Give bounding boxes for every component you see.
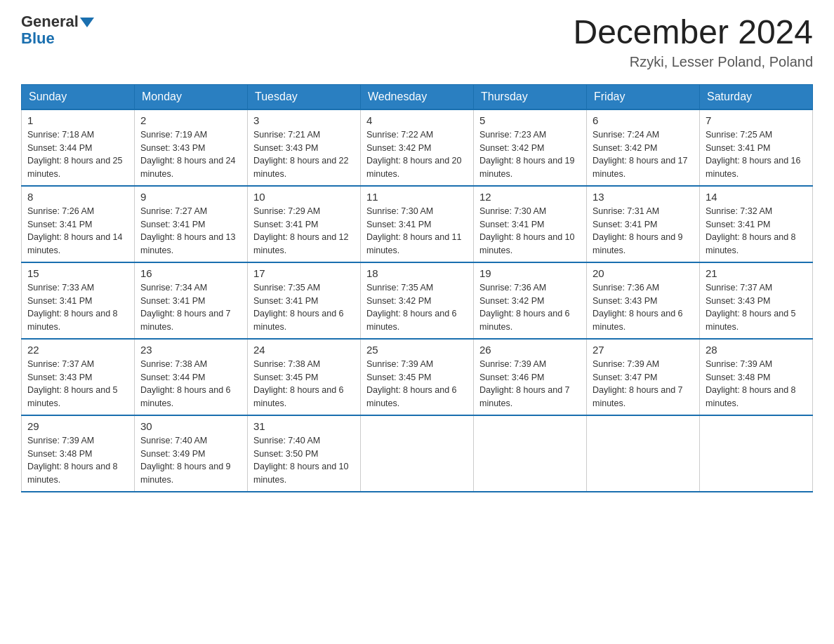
day-info: Sunrise: 7:35 AMSunset: 3:42 PMDaylight:…: [366, 281, 468, 334]
day-number: 25: [366, 344, 468, 356]
calendar-cell: 9 Sunrise: 7:27 AMSunset: 3:41 PMDayligh…: [135, 186, 248, 262]
day-info: Sunrise: 7:18 AMSunset: 3:44 PMDaylight:…: [27, 128, 128, 181]
day-info: Sunrise: 7:24 AMSunset: 3:42 PMDaylight:…: [593, 128, 694, 181]
week-row-2: 8 Sunrise: 7:26 AMSunset: 3:41 PMDayligh…: [22, 186, 813, 262]
day-number: 11: [366, 191, 468, 203]
day-number: 17: [253, 267, 355, 279]
day-info: Sunrise: 7:29 AMSunset: 3:41 PMDaylight:…: [253, 205, 355, 257]
day-info: Sunrise: 7:36 AMSunset: 3:43 PMDaylight:…: [593, 281, 694, 334]
calendar-cell: 7 Sunrise: 7:25 AMSunset: 3:41 PMDayligh…: [700, 109, 813, 186]
day-info: Sunrise: 7:21 AMSunset: 3:43 PMDaylight:…: [253, 128, 355, 181]
calendar-cell: 14 Sunrise: 7:32 AMSunset: 3:41 PMDaylig…: [700, 186, 813, 262]
col-wednesday: Wednesday: [361, 84, 474, 109]
day-info: Sunrise: 7:30 AMSunset: 3:41 PMDaylight:…: [479, 205, 581, 257]
day-info: Sunrise: 7:19 AMSunset: 3:43 PMDaylight:…: [140, 128, 241, 181]
day-number: 1: [27, 114, 128, 126]
calendar-cell: 24 Sunrise: 7:38 AMSunset: 3:45 PMDaylig…: [248, 339, 361, 415]
calendar-cell: 18 Sunrise: 7:35 AMSunset: 3:42 PMDaylig…: [361, 262, 474, 339]
day-number: 6: [593, 114, 694, 126]
title-section: December 2024 Rzyki, Lesser Poland, Pola…: [573, 14, 813, 70]
calendar-cell: 1 Sunrise: 7:18 AMSunset: 3:44 PMDayligh…: [22, 109, 135, 186]
day-number: 31: [253, 420, 355, 432]
day-number: 13: [593, 191, 694, 203]
day-info: Sunrise: 7:34 AMSunset: 3:41 PMDaylight:…: [140, 281, 241, 334]
day-info: Sunrise: 7:39 AMSunset: 3:48 PMDaylight:…: [27, 434, 128, 487]
week-row-4: 22 Sunrise: 7:37 AMSunset: 3:43 PMDaylig…: [22, 339, 813, 415]
calendar-cell: 31 Sunrise: 7:40 AMSunset: 3:50 PMDaylig…: [248, 415, 361, 492]
day-info: Sunrise: 7:38 AMSunset: 3:44 PMDaylight:…: [140, 358, 241, 410]
day-number: 18: [366, 267, 468, 279]
calendar-cell: 11 Sunrise: 7:30 AMSunset: 3:41 PMDaylig…: [361, 186, 474, 262]
day-info: Sunrise: 7:40 AMSunset: 3:49 PMDaylight:…: [140, 434, 241, 487]
day-info: Sunrise: 7:37 AMSunset: 3:43 PMDaylight:…: [27, 358, 128, 410]
day-number: 27: [593, 344, 694, 356]
calendar-cell: 28 Sunrise: 7:39 AMSunset: 3:48 PMDaylig…: [700, 339, 813, 415]
calendar-cell: [474, 415, 587, 492]
day-number: 22: [27, 344, 128, 356]
day-info: Sunrise: 7:36 AMSunset: 3:42 PMDaylight:…: [479, 281, 581, 334]
logo-triangle-icon: [80, 18, 94, 27]
day-info: Sunrise: 7:33 AMSunset: 3:41 PMDaylight:…: [27, 281, 128, 334]
day-info: Sunrise: 7:30 AMSunset: 3:41 PMDaylight:…: [366, 205, 468, 257]
calendar-cell: 19 Sunrise: 7:36 AMSunset: 3:42 PMDaylig…: [474, 262, 587, 339]
day-number: 23: [140, 344, 241, 356]
calendar-cell: 21 Sunrise: 7:37 AMSunset: 3:43 PMDaylig…: [700, 262, 813, 339]
month-title: December 2024: [573, 14, 813, 51]
day-info: Sunrise: 7:25 AMSunset: 3:41 PMDaylight:…: [706, 128, 807, 181]
col-tuesday: Tuesday: [248, 84, 361, 109]
day-info: Sunrise: 7:39 AMSunset: 3:47 PMDaylight:…: [593, 358, 694, 410]
day-number: 4: [366, 114, 468, 126]
day-number: 26: [479, 344, 581, 356]
calendar-cell: 2 Sunrise: 7:19 AMSunset: 3:43 PMDayligh…: [135, 109, 248, 186]
calendar-cell: 23 Sunrise: 7:38 AMSunset: 3:44 PMDaylig…: [135, 339, 248, 415]
day-info: Sunrise: 7:26 AMSunset: 3:41 PMDaylight:…: [27, 205, 128, 257]
col-monday: Monday: [135, 84, 248, 109]
week-row-1: 1 Sunrise: 7:18 AMSunset: 3:44 PMDayligh…: [22, 109, 813, 186]
day-info: Sunrise: 7:22 AMSunset: 3:42 PMDaylight:…: [366, 128, 468, 181]
day-number: 30: [140, 420, 241, 432]
calendar-cell: 25 Sunrise: 7:39 AMSunset: 3:45 PMDaylig…: [361, 339, 474, 415]
calendar-cell: 10 Sunrise: 7:29 AMSunset: 3:41 PMDaylig…: [248, 186, 361, 262]
day-info: Sunrise: 7:39 AMSunset: 3:48 PMDaylight:…: [706, 358, 807, 410]
logo-general: General: [21, 14, 94, 29]
calendar-cell: 3 Sunrise: 7:21 AMSunset: 3:43 PMDayligh…: [248, 109, 361, 186]
day-info: Sunrise: 7:37 AMSunset: 3:43 PMDaylight:…: [706, 281, 807, 334]
day-info: Sunrise: 7:31 AMSunset: 3:41 PMDaylight:…: [593, 205, 694, 257]
day-info: Sunrise: 7:32 AMSunset: 3:41 PMDaylight:…: [706, 205, 807, 257]
calendar-cell: 17 Sunrise: 7:35 AMSunset: 3:41 PMDaylig…: [248, 262, 361, 339]
day-number: 10: [253, 191, 355, 203]
day-number: 19: [479, 267, 581, 279]
day-info: Sunrise: 7:39 AMSunset: 3:45 PMDaylight:…: [366, 358, 468, 410]
weekday-header-row: Sunday Monday Tuesday Wednesday Thursday…: [22, 84, 813, 109]
day-info: Sunrise: 7:39 AMSunset: 3:46 PMDaylight:…: [479, 358, 581, 410]
calendar-cell: 30 Sunrise: 7:40 AMSunset: 3:49 PMDaylig…: [135, 415, 248, 492]
col-thursday: Thursday: [474, 84, 587, 109]
col-friday: Friday: [587, 84, 700, 109]
day-number: 7: [706, 114, 807, 126]
col-sunday: Sunday: [22, 84, 135, 109]
calendar-cell: 4 Sunrise: 7:22 AMSunset: 3:42 PMDayligh…: [361, 109, 474, 186]
calendar-cell: 15 Sunrise: 7:33 AMSunset: 3:41 PMDaylig…: [22, 262, 135, 339]
day-info: Sunrise: 7:40 AMSunset: 3:50 PMDaylight:…: [253, 434, 355, 487]
day-number: 24: [253, 344, 355, 356]
calendar-cell: 20 Sunrise: 7:36 AMSunset: 3:43 PMDaylig…: [587, 262, 700, 339]
col-saturday: Saturday: [700, 84, 813, 109]
day-number: 5: [479, 114, 581, 126]
week-row-3: 15 Sunrise: 7:33 AMSunset: 3:41 PMDaylig…: [22, 262, 813, 339]
calendar-cell: [700, 415, 813, 492]
calendar-cell: 12 Sunrise: 7:30 AMSunset: 3:41 PMDaylig…: [474, 186, 587, 262]
calendar-cell: 6 Sunrise: 7:24 AMSunset: 3:42 PMDayligh…: [587, 109, 700, 186]
location: Rzyki, Lesser Poland, Poland: [573, 54, 813, 70]
day-number: 29: [27, 420, 128, 432]
page-header: General Blue December 2024 Rzyki, Lesser…: [21, 14, 813, 70]
day-info: Sunrise: 7:23 AMSunset: 3:42 PMDaylight:…: [479, 128, 581, 181]
day-number: 21: [706, 267, 807, 279]
day-number: 28: [706, 344, 807, 356]
day-number: 3: [253, 114, 355, 126]
day-number: 9: [140, 191, 241, 203]
day-number: 14: [706, 191, 807, 203]
day-info: Sunrise: 7:27 AMSunset: 3:41 PMDaylight:…: [140, 205, 241, 257]
calendar-cell: 13 Sunrise: 7:31 AMSunset: 3:41 PMDaylig…: [587, 186, 700, 262]
day-number: 15: [27, 267, 128, 279]
day-number: 20: [593, 267, 694, 279]
